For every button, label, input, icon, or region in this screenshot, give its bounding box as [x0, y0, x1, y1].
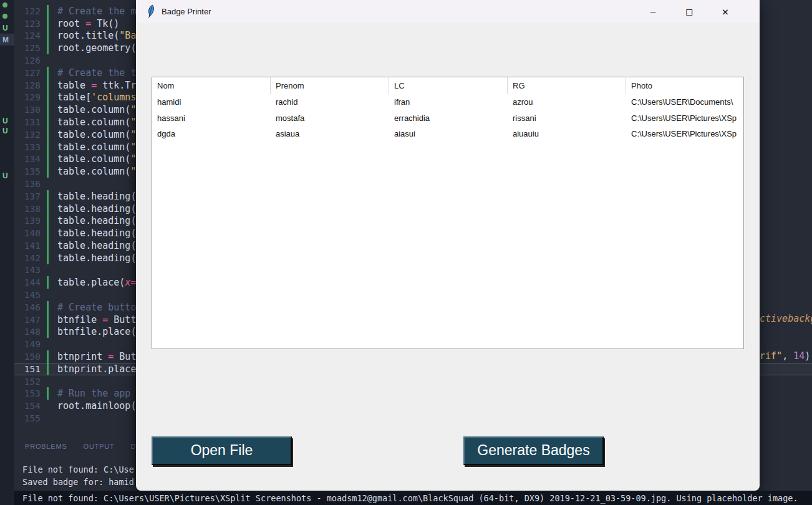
- line-number: 153: [14, 388, 42, 398]
- tk-feather-icon: [145, 4, 156, 18]
- explorer-item-badge[interactable]: U: [0, 170, 14, 181]
- file-dot-icon: [2, 2, 7, 7]
- window-controls: — □ ×: [635, 0, 743, 22]
- column-header-rg[interactable]: RG: [508, 77, 626, 94]
- table-cell: ifran: [389, 94, 508, 110]
- line-number: 140: [14, 228, 42, 238]
- code-text: table.column(": [57, 104, 136, 115]
- line-number: 138: [14, 204, 42, 214]
- code-text: table.heading(: [57, 252, 136, 264]
- line-number: 125: [14, 43, 42, 53]
- git-change-bar: [47, 264, 49, 277]
- column-header-prenom[interactable]: Prenom: [271, 77, 389, 94]
- git-change-bar: [47, 17, 49, 30]
- window-title: Badge Printer: [162, 7, 211, 16]
- git-status-badge: U: [2, 24, 8, 32]
- code-text: # Create the m: [57, 6, 136, 17]
- minimize-button[interactable]: —: [635, 0, 671, 22]
- line-number: 126: [14, 55, 42, 65]
- table-cell: rachid: [271, 94, 389, 110]
- explorer-item-badge[interactable]: [0, 10, 14, 22]
- code-text: # Create butto: [57, 302, 136, 313]
- git-change-bar: [47, 252, 49, 264]
- maximize-button[interactable]: □: [671, 0, 707, 22]
- table-cell: C:\Users\USER\Pictures\XSp: [626, 110, 743, 127]
- code-text: table.place(x=: [57, 277, 136, 288]
- git-change-bar: [47, 350, 49, 363]
- git-change-bar: [47, 412, 49, 425]
- code-text: table = ttk.Tr: [57, 80, 136, 91]
- badge-printer-window: Badge Printer — □ × NomPrenomLCRGPhoto h…: [136, 0, 760, 491]
- git-status-badge: M: [2, 36, 9, 44]
- code-text: table['columns: [57, 92, 136, 103]
- window-titlebar[interactable]: Badge Printer — □ ×: [136, 0, 760, 22]
- explorer-item-badge[interactable]: [0, 0, 14, 11]
- line-number: 142: [14, 253, 42, 263]
- column-header-photo[interactable]: Photo: [626, 77, 743, 94]
- code-text: root.geometry(: [57, 42, 136, 54]
- line-number: 124: [14, 31, 42, 41]
- line-number: 143: [14, 265, 42, 275]
- open-file-button[interactable]: Open File: [152, 436, 292, 465]
- line-number: 146: [14, 302, 42, 312]
- line-number: 127: [14, 68, 42, 78]
- code-text: table.column(": [57, 166, 136, 177]
- explorer-sidebar[interactable]: UMUUU: [0, 0, 14, 505]
- git-change-bar: [47, 190, 49, 203]
- line-number: 137: [14, 191, 42, 201]
- table-cell: azrou: [508, 94, 626, 110]
- table-cell: asiaua: [271, 126, 389, 142]
- git-change-bar: [47, 103, 49, 116]
- explorer-item-badge[interactable]: M: [0, 34, 14, 46]
- close-button[interactable]: ×: [707, 0, 743, 22]
- table-cell: hamidi: [152, 94, 271, 110]
- git-change-bar: [47, 30, 49, 42]
- git-change-bar: [47, 314, 49, 326]
- line-number: 130: [14, 105, 42, 115]
- table-cell: hassani: [152, 110, 271, 127]
- table-row[interactable]: hassanimostafaerrachidiarissaniC:\Users\…: [152, 110, 743, 127]
- code-text: table.column(": [57, 129, 136, 140]
- git-change-bar: [47, 338, 49, 350]
- line-number: 133: [14, 142, 42, 152]
- explorer-item-badge[interactable]: U: [0, 125, 14, 137]
- generate-badges-button[interactable]: Generate Badges: [463, 436, 604, 465]
- line-number: 129: [14, 92, 42, 102]
- code-text: table.heading(: [57, 215, 136, 226]
- column-header-lc[interactable]: LC: [389, 77, 508, 94]
- code-text: btnfile = Butt: [57, 314, 136, 325]
- git-status-badge: U: [2, 117, 8, 125]
- table-row[interactable]: hamidirachidifranazrouC:\Users\USER\Docu…: [152, 94, 743, 110]
- code-text: btnfile.place(: [57, 326, 136, 337]
- git-change-bar: [47, 289, 49, 301]
- line-number: 139: [14, 216, 42, 226]
- table-cell: C:\Users\USER\Pictures\XSp: [626, 126, 743, 142]
- explorer-item-badge[interactable]: U: [0, 22, 14, 34]
- line-number: 155: [14, 413, 42, 423]
- git-change-bar: [47, 141, 49, 153]
- code-text: # Run the app: [57, 388, 136, 399]
- code-text: btnprint = But: [57, 351, 136, 362]
- line-number: 128: [14, 80, 42, 90]
- table-header-row: NomPrenomLCRGPhoto: [152, 77, 743, 94]
- table-cell: aiuauiu: [508, 126, 626, 142]
- line-number: 134: [14, 154, 42, 164]
- code-text: # Create the t: [57, 67, 136, 79]
- git-change-bar: [47, 387, 49, 400]
- column-header-nom[interactable]: Nom: [152, 77, 271, 94]
- code-fragment: ctivebackg: [760, 312, 812, 325]
- panel-tab-output[interactable]: OUTPUT: [84, 443, 115, 450]
- badges-table[interactable]: NomPrenomLCRGPhoto hamidirachidifranazro…: [152, 77, 744, 349]
- terminal-status-band: File not found: C:\Users\USER\Pictures\X…: [14, 491, 812, 505]
- git-change-bar: [47, 375, 49, 388]
- line-number: 147: [14, 315, 42, 325]
- code-text: table.heading(: [57, 203, 136, 214]
- line-number: 149: [14, 339, 42, 349]
- git-change-bar: [47, 363, 49, 375]
- git-change-bar: [47, 153, 49, 165]
- table-row[interactable]: dgdaasiauaaiasuiaiuauiuC:\Users\USER\Pic…: [152, 126, 743, 142]
- line-number: 131: [14, 117, 42, 127]
- line-number: 152: [14, 377, 42, 387]
- code-fragment: rif", 14),: [760, 350, 812, 362]
- panel-tab-problems[interactable]: PROBLEMS: [25, 443, 67, 450]
